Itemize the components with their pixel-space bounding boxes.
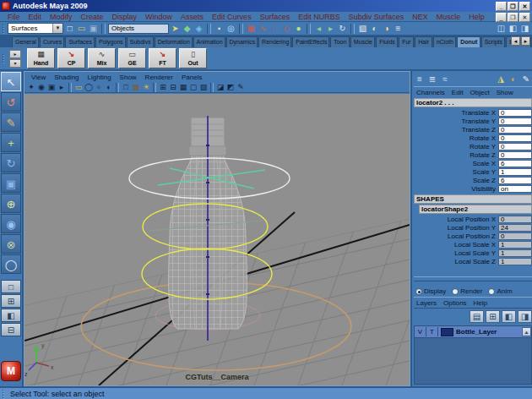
layer-visibility-toggle[interactable]: V [415, 327, 426, 336]
xray-icon[interactable]: ◩ [225, 82, 236, 92]
move-tool[interactable]: + [1, 133, 21, 152]
shelf-button-hand[interactable]: ▦Hand [27, 48, 55, 68]
channel-speed-icon[interactable]: ≣ [426, 74, 438, 85]
panel-menu-panels[interactable]: Panels [178, 74, 205, 81]
visibility-value[interactable]: on [498, 185, 532, 193]
local-scale-y-value[interactable]: 1 [498, 249, 532, 257]
four-pane-layout[interactable]: ⊞ [1, 294, 21, 308]
camera-attributes-icon[interactable]: ▣ [46, 82, 57, 92]
panel-splitter[interactable] [414, 276, 532, 281]
rotate-tool[interactable]: ↻ [1, 153, 21, 172]
shelf-tab-rendering[interactable]: Rendering [258, 36, 291, 47]
menu-muscle[interactable]: Muscle [432, 13, 465, 21]
layer-color-swatch[interactable] [441, 328, 453, 336]
textured-icon[interactable]: ▩ [131, 82, 141, 92]
file-save-icon[interactable]: ▣ [88, 23, 99, 34]
flat-shade-icon[interactable]: ◐ [104, 82, 114, 92]
new-empty-layer-icon[interactable]: ⊞ [486, 310, 500, 323]
shape-node-header[interactable]: locatorShape2 [419, 205, 532, 214]
two-pane-stacked-layout[interactable]: ⊟ [1, 323, 21, 336]
render-radio-icon[interactable] [452, 288, 459, 295]
menu-edit[interactable]: Edit [24, 13, 46, 21]
manip-mode-icon[interactable]: ◐ [508, 74, 519, 85]
shelf-tab-surfaces[interactable]: Surfaces [65, 36, 95, 47]
menu-edit-nurbs[interactable]: Edit NURBS [294, 13, 345, 21]
drag-grip[interactable] [2, 389, 5, 399]
shelf-tab-painteffects[interactable]: PaintEffects [292, 36, 329, 47]
cb-menu-show[interactable]: Show [494, 89, 516, 96]
menu-surfaces[interactable]: Surfaces [256, 13, 295, 21]
channel-graph-icon[interactable]: ◮ [495, 74, 507, 85]
select-object-icon[interactable]: ◆ [182, 23, 193, 34]
wireframe-icon[interactable]: ◯ [84, 82, 94, 92]
menu-create[interactable]: Create [77, 13, 108, 21]
scroll-left-icon[interactable]: ◄ [511, 36, 520, 46]
anim-radio-icon[interactable] [488, 288, 495, 295]
persp-outliner-layout[interactable]: ◧ [1, 309, 21, 322]
safe-title-icon[interactable]: ▧ [198, 82, 209, 92]
shelf-tab-curves[interactable]: Curves [40, 36, 64, 47]
snap-curve-icon[interactable]: ∿ [258, 23, 269, 34]
menu-edit-curves[interactable]: Edit Curves [208, 13, 256, 21]
layer-name[interactable]: Bottle_Layer [456, 328, 522, 336]
file-new-icon[interactable]: □ [64, 23, 75, 34]
chevron-down-icon[interactable]: ▼ [52, 24, 62, 33]
show-manipulator-tool[interactable]: ⊗ [1, 234, 21, 254]
translate-x-value[interactable]: 0 [498, 109, 532, 117]
panel-menu-lighting[interactable]: Lighting [84, 74, 115, 81]
panel-menu-show[interactable]: Show [117, 74, 140, 81]
grease-pencil-icon[interactable]: ✎ [236, 82, 246, 92]
lasso-select-tool[interactable]: ↺ [1, 92, 21, 112]
lock-camera-icon[interactable]: ◉ [36, 82, 46, 92]
layer-template-toggle[interactable]: T [426, 327, 438, 336]
mdi-restore-button[interactable]: ❐ [508, 13, 518, 22]
smooth-shade-icon[interactable]: ● [94, 82, 104, 92]
soft-modification-tool[interactable]: ◉ [1, 214, 21, 233]
paint-select-tool[interactable]: ✎ [1, 112, 21, 132]
shelf-menu-icon[interactable]: ▾ [9, 59, 21, 68]
selected-node-header[interactable]: locator2 . . . [414, 98, 532, 107]
panel-menu-shading[interactable]: Shading [51, 74, 82, 81]
new-layer-assign-icon[interactable]: ◧ [502, 310, 516, 323]
scroll-right-icon[interactable]: ► [521, 36, 530, 46]
shelf-tab-deformation[interactable]: Deformation [155, 36, 193, 47]
shelf-tab-donut[interactable]: Donut [457, 36, 480, 47]
shelf-tab-selector-icon[interactable]: ▸ [9, 50, 21, 58]
shelf-tab-dynamics[interactable]: Dynamics [226, 36, 258, 47]
rotate-y-value[interactable]: 0 [498, 143, 532, 150]
scale-z-value[interactable]: 6 [498, 177, 532, 184]
radio-anim[interactable]: Anim [488, 287, 512, 295]
menu-display[interactable]: Display [108, 13, 142, 21]
rotate-z-value[interactable]: 0 [498, 151, 532, 159]
radio-display[interactable]: Display [415, 287, 446, 295]
scale-x-value[interactable]: 6 [498, 160, 532, 167]
save-layer-icon[interactable]: ▤ [470, 310, 484, 323]
bookmarks-icon[interactable]: ▸ [57, 82, 67, 92]
shelf-button-cp[interactable]: ↘CP [57, 48, 85, 68]
menu-window[interactable]: Window [141, 13, 176, 21]
current-tool-circle[interactable]: ◯ [1, 254, 21, 274]
scene-view[interactable]: y x z CGTuts__Camera [24, 94, 410, 385]
channel-mode-icon[interactable]: ≈ [439, 74, 451, 85]
safe-action-icon[interactable]: ▢ [188, 82, 198, 92]
panel-menu-view[interactable]: View [28, 74, 49, 81]
isolate-select-icon[interactable]: ◪ [215, 82, 225, 92]
cb-menu-edit[interactable]: Edit [449, 89, 466, 96]
shelf-tab-fluids[interactable]: Fluids [376, 36, 398, 47]
close-button[interactable]: ✕ [519, 2, 530, 11]
radio-render[interactable]: Render [452, 287, 482, 295]
snap-plane-icon[interactable]: ◇ [281, 23, 292, 34]
minimize-button[interactable]: _ [496, 2, 507, 11]
layer-row-bottle-layer[interactable]: V T Bottle_Layer ▲ [415, 326, 531, 338]
menu-subdiv-surfaces[interactable]: Subdiv Surfaces [345, 13, 409, 21]
layer-menu-options[interactable]: Options [441, 299, 470, 307]
cb-menu-channels[interactable]: Channels [414, 89, 448, 96]
select-hierarchy-icon[interactable]: ➤ [170, 23, 181, 34]
output-connections-icon[interactable]: ▸ [325, 23, 336, 34]
new-layer-from-selected-icon[interactable]: ◨ [518, 310, 532, 323]
ipr-render-icon[interactable]: ◑ [381, 23, 392, 34]
highlight-selection-icon[interactable]: ◎ [225, 23, 236, 34]
render-settings-icon[interactable]: ≡ [393, 23, 404, 34]
cb-menu-object[interactable]: Object [468, 89, 492, 96]
field-chart-icon[interactable]: ▦ [178, 82, 188, 92]
